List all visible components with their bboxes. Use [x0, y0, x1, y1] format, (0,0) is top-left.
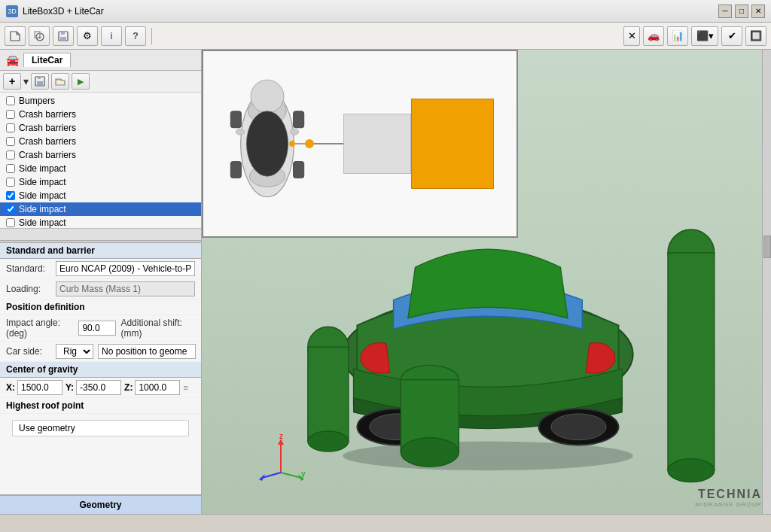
side-impact-3-checkbox[interactable] — [6, 191, 15, 200]
vertical-scrollbar-right[interactable] — [762, 50, 771, 514]
add-item-button[interactable]: + — [3, 73, 21, 90]
standard-value[interactable] — [56, 261, 195, 276]
crash-barriers-2-label: Crash barriers — [19, 123, 76, 133]
svg-rect-17 — [294, 111, 304, 128]
open-item-button[interactable] — [51, 73, 69, 90]
car-topview-svg — [226, 68, 309, 219]
svg-rect-8 — [38, 77, 41, 79]
save-item-button[interactable] — [31, 73, 49, 90]
help-button[interactable]: ? — [125, 26, 146, 46]
position-definition-label: Position definition — [0, 299, 201, 315]
side-impact-2-checkbox[interactable] — [6, 178, 15, 187]
toolbar-separator — [151, 28, 152, 44]
use-geometry-row[interactable]: Use geometry — [0, 414, 201, 442]
window-controls[interactable]: ─ □ ✕ — [718, 5, 765, 18]
litecar-icon: 🚘 — [6, 54, 19, 66]
side-impact-1-checkbox[interactable] — [6, 164, 15, 173]
list-item[interactable]: Crash barriers — [0, 148, 201, 162]
scrollbar-thumb[interactable] — [763, 236, 771, 258]
list-item[interactable]: Side impact — [0, 216, 201, 228]
crash-barriers-1-checkbox[interactable] — [6, 110, 15, 119]
side-impact-5-label: Side impact — [19, 217, 66, 228]
properties-panel: Standard and barrier Standard: Loading: … — [0, 243, 201, 494]
horizontal-scrollbar[interactable] — [0, 228, 201, 240]
impact-angle-value[interactable] — [78, 321, 116, 336]
cog-x-field: X: — [6, 380, 62, 395]
svg-point-14 — [236, 129, 244, 135]
loading-row: Loading: — [0, 279, 201, 299]
crash-barriers-4-checkbox[interactable] — [6, 150, 15, 160]
bumpers-checkbox[interactable] — [6, 96, 15, 105]
main-area: 🚘 LiteCar + ▾ ▶ Bumpers Crash barriers — [0, 50, 771, 514]
list-item-selected[interactable]: Side impact — [0, 202, 201, 216]
view-btn-4[interactable]: ⬛▾ — [691, 26, 718, 46]
list-item[interactable]: Crash barriers — [0, 121, 201, 135]
save-button[interactable] — [53, 26, 74, 46]
svg-rect-29 — [308, 347, 349, 441]
top-view-inner — [203, 51, 517, 236]
standard-label: Standard: — [6, 263, 51, 274]
cog-x-input[interactable] — [17, 380, 62, 395]
side-impact-4-label: Side impact — [19, 204, 66, 214]
bumpers-label: Bumpers — [19, 96, 55, 106]
cog-x-label: X: — [6, 382, 15, 393]
no-position-value — [98, 344, 196, 359]
svg-rect-19 — [294, 162, 304, 178]
close-button[interactable]: ✕ — [751, 5, 765, 18]
item-list: Bumpers Crash barriers Crash barriers Cr… — [0, 93, 201, 228]
svg-point-33 — [668, 459, 715, 482]
maximize-button[interactable]: □ — [735, 5, 748, 18]
play-button[interactable]: ▶ — [72, 73, 90, 90]
add-button[interactable]: + — [29, 26, 50, 46]
new-button[interactable] — [5, 26, 26, 46]
list-item[interactable]: Side impact — [0, 189, 201, 202]
litecar-tab-bar: 🚘 LiteCar — [0, 50, 201, 71]
svg-rect-4 — [60, 37, 66, 41]
svg-line-39 — [281, 473, 301, 478]
large-barrier-box — [411, 99, 494, 189]
car-side-label: Car side: — [6, 346, 51, 357]
car-side-select[interactable]: Rig Left — [56, 344, 93, 359]
svg-rect-16 — [230, 111, 241, 128]
list-item[interactable]: Side impact — [0, 175, 201, 189]
title-bar: 3D LiteBox3D + LiteCar ─ □ ✕ — [0, 0, 771, 23]
minimize-button[interactable]: ─ — [718, 5, 732, 18]
cog-header: Center of gravity — [0, 362, 201, 378]
side-impact-1-label: Side impact — [19, 163, 66, 174]
view-btn-6[interactable]: 🔲 — [745, 26, 766, 46]
cog-z-input[interactable] — [135, 380, 180, 395]
settings-button[interactable]: ⚙ — [77, 26, 98, 46]
view-btn-5[interactable]: ✔ — [721, 26, 742, 46]
list-item[interactable]: Bumpers — [0, 94, 201, 108]
cog-y-field: Y: — [66, 380, 121, 395]
side-impact-3-label: Side impact — [19, 190, 66, 201]
crash-barriers-2-checkbox[interactable] — [6, 123, 15, 132]
technia-logo: TECHNIA MIDRANGE GROUP — [695, 488, 762, 508]
add-dropdown-arrow[interactable]: ▾ — [23, 75, 29, 87]
side-impact-5-checkbox[interactable] — [6, 218, 15, 227]
list-item[interactable]: Crash barriers — [0, 135, 201, 148]
svg-line-41 — [262, 473, 281, 478]
crash-barriers-3-checkbox[interactable] — [6, 137, 15, 146]
svg-point-21 — [289, 141, 295, 147]
technia-sub: MIDRANGE GROUP — [695, 501, 762, 508]
list-item[interactable]: Crash barriers — [0, 108, 201, 121]
svg-point-30 — [308, 431, 349, 451]
cog-z-label: Z: — [124, 382, 133, 393]
view-btn-1[interactable]: ✕ — [623, 26, 640, 46]
view-btn-2[interactable]: 🚗 — [643, 26, 664, 46]
litecar-tab[interactable]: LiteCar — [23, 53, 71, 67]
svg-point-13 — [247, 111, 288, 176]
cog-y-input[interactable] — [76, 380, 121, 395]
geometry-button[interactable]: Geometry — [0, 494, 201, 514]
svg-point-15 — [291, 129, 299, 135]
barrier-diagram — [309, 99, 494, 189]
svg-rect-7 — [37, 81, 43, 85]
list-item[interactable]: Side impact — [0, 162, 201, 175]
use-geometry-button[interactable]: Use geometry — [12, 420, 189, 436]
small-barrier-box — [343, 114, 411, 174]
side-impact-4-checkbox[interactable] — [6, 205, 15, 214]
info-button[interactable]: i — [101, 26, 122, 46]
highest-roof-label: Highest roof point — [0, 398, 201, 414]
view-btn-3[interactable]: 📊 — [667, 26, 688, 46]
